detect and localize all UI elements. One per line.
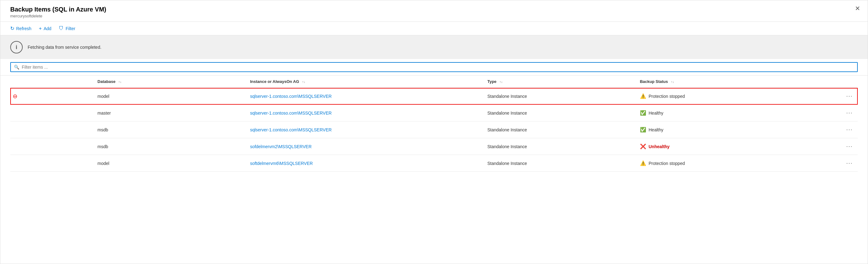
cell-more: ··· (824, 105, 858, 122)
row-icon-cell (10, 138, 95, 155)
add-button[interactable]: + Add (39, 26, 51, 31)
table-row[interactable]: modelsoftdelmervm6\MSSQLSERVERStandalone… (10, 155, 858, 172)
sort-icon-database[interactable]: ↑↓ (118, 80, 121, 84)
cell-type: Standalone Instance (485, 88, 638, 105)
row-icon-cell (10, 105, 95, 122)
table-header-row: Database ↑↓ Instance or AlwaysOn AG ↑↓ T… (10, 75, 858, 88)
panel-header: Backup Items (SQL in Azure VM) mercuryso… (0, 0, 868, 22)
cell-type: Standalone Instance (485, 105, 638, 122)
panel-title: Backup Items (SQL in Azure VM) (10, 6, 858, 13)
table-container: Database ↑↓ Instance or AlwaysOn AG ↑↓ T… (0, 75, 868, 172)
refresh-button[interactable]: ↻ Refresh (10, 26, 31, 31)
cell-instance[interactable]: sqlserver-1.contoso.com\MSSQLSERVER (248, 105, 485, 122)
cell-status: ⚠️Protection stopped (638, 155, 824, 172)
more-options-button[interactable]: ··· (844, 109, 855, 117)
col-header-icon (10, 75, 95, 88)
cell-more: ··· (824, 88, 858, 105)
status-badge: Healthy (649, 110, 663, 116)
panel-subtitle: mercurysoftdelete (10, 14, 858, 18)
cell-more: ··· (824, 138, 858, 155)
more-options-button[interactable]: ··· (844, 92, 855, 100)
add-label: Add (43, 26, 51, 31)
cell-more: ··· (824, 155, 858, 172)
filter-button[interactable]: ⛉ Filter (59, 26, 75, 31)
cell-database: model (95, 88, 248, 105)
search-icon: 🔍 (14, 65, 19, 70)
more-options-button[interactable]: ··· (844, 126, 855, 134)
cell-database: model (95, 155, 248, 172)
filter-row: 🔍 (0, 59, 868, 75)
close-button[interactable]: ✕ (855, 5, 860, 11)
remove-icon: ⊖ (13, 93, 18, 99)
col-header-more (824, 75, 858, 88)
status-healthy-icon: ✅ (640, 127, 646, 133)
status-warning-icon: ⚠️ (640, 160, 646, 166)
col-header-type[interactable]: Type ↑↓ (485, 75, 638, 88)
filter-label: Filter (66, 26, 75, 31)
status-healthy-icon: ✅ (640, 110, 646, 116)
sort-icon-instance[interactable]: ↑↓ (302, 80, 305, 84)
sort-icon-type[interactable]: ↑↓ (500, 80, 503, 84)
sort-icon-status[interactable]: ↑↓ (671, 80, 674, 84)
table-row[interactable]: msdbsofdelmervm2\MSSQLSERVERStandalone I… (10, 138, 858, 155)
main-panel: Backup Items (SQL in Azure VM) mercuryso… (0, 0, 868, 264)
cell-type: Standalone Instance (485, 138, 638, 155)
cell-status: ✅Healthy (638, 105, 824, 122)
cell-more: ··· (824, 122, 858, 138)
toolbar: ↻ Refresh + Add ⛉ Filter (0, 22, 868, 35)
status-badge: Unhealthy (649, 144, 670, 149)
refresh-icon: ↻ (10, 26, 14, 31)
info-icon: i (10, 41, 23, 54)
cell-instance[interactable]: softdelmervm6\MSSQLSERVER (248, 155, 485, 172)
cell-instance[interactable]: sqlserver-1.contoso.com\MSSQLSERVER (248, 88, 485, 105)
cell-status: ✅Healthy (638, 122, 824, 138)
cell-database: master (95, 105, 248, 122)
status-error-icon: ❌ (640, 143, 646, 150)
more-options-button[interactable]: ··· (844, 142, 855, 150)
cell-instance[interactable]: sqlserver-1.contoso.com\MSSQLSERVER (248, 122, 485, 138)
table-row[interactable]: ⊖modelsqlserver-1.contoso.com\MSSQLSERVE… (10, 88, 858, 105)
filter-input-wrap: 🔍 (10, 62, 858, 72)
cell-instance[interactable]: sofdelmervm2\MSSQLSERVER (248, 138, 485, 155)
info-banner: i Fetching data from service completed. (0, 35, 868, 59)
refresh-label: Refresh (16, 26, 31, 31)
table-row[interactable]: msdbsqlserver-1.contoso.com\MSSQLSERVERS… (10, 122, 858, 138)
cell-status: ⚠️Protection stopped (638, 88, 824, 105)
data-table: Database ↑↓ Instance or AlwaysOn AG ↑↓ T… (10, 75, 858, 172)
instance-link[interactable]: sqlserver-1.contoso.com\MSSQLSERVER (250, 127, 332, 132)
filter-input[interactable] (22, 65, 854, 70)
cell-database: msdb (95, 122, 248, 138)
status-badge: Protection stopped (649, 161, 685, 166)
filter-icon: ⛉ (59, 26, 64, 31)
banner-message: Fetching data from service completed. (28, 45, 101, 50)
table-row[interactable]: mastersqlserver-1.contoso.com\MSSQLSERVE… (10, 105, 858, 122)
status-badge: Healthy (649, 127, 663, 132)
add-icon: + (39, 26, 42, 31)
row-icon-cell (10, 122, 95, 138)
cell-database: msdb (95, 138, 248, 155)
cell-type: Standalone Instance (485, 155, 638, 172)
instance-link[interactable]: sqlserver-1.contoso.com\MSSQLSERVER (250, 94, 332, 99)
more-options-button[interactable]: ··· (844, 159, 855, 167)
col-header-status[interactable]: Backup Status ↑↓ (638, 75, 824, 88)
cell-status: ❌Unhealthy (638, 138, 824, 155)
status-badge: Protection stopped (649, 94, 685, 99)
instance-link[interactable]: sqlserver-1.contoso.com\MSSQLSERVER (250, 110, 332, 116)
col-header-database[interactable]: Database ↑↓ (95, 75, 248, 88)
instance-link[interactable]: softdelmervm6\MSSQLSERVER (250, 161, 313, 166)
cell-type: Standalone Instance (485, 122, 638, 138)
col-header-instance[interactable]: Instance or AlwaysOn AG ↑↓ (248, 75, 485, 88)
status-warning-icon: ⚠️ (640, 93, 646, 99)
instance-link[interactable]: sofdelmervm2\MSSQLSERVER (250, 144, 312, 149)
row-icon-cell (10, 155, 95, 172)
row-icon-cell: ⊖ (10, 88, 95, 105)
